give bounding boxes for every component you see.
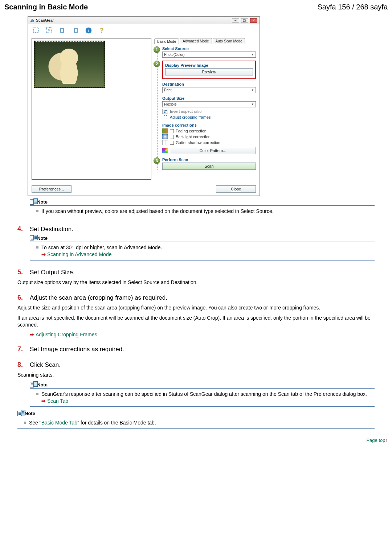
preview-highlight-box: Display Preview Image Preview [162, 61, 256, 79]
note-block-2: Note To scan at 301 dpi or higher, scan … [30, 235, 375, 260]
gutter-label: Gutter shadow correction [176, 140, 220, 145]
svg-rect-3 [61, 29, 63, 32]
adjust-cropping-frames-link[interactable]: Adjust cropping frames [170, 115, 211, 119]
window-title: ScanGear [30, 18, 54, 22]
adjust-crop-icon: ⛶ [162, 115, 168, 120]
backlight-label: Backlight correction [176, 135, 211, 139]
display-preview-label: Display Preview Image [165, 63, 253, 67]
help-icon[interactable]: ? [96, 26, 107, 35]
step-8: 8.Click Scan. [17, 361, 375, 369]
step-6-body-2: If an area is not specified, the documen… [17, 315, 375, 329]
chevron-down-icon: ▼ [251, 102, 254, 107]
note-block-4: Note See "Basic Mode Tab" for details on… [17, 410, 375, 429]
note-icon [30, 199, 36, 205]
output-size-dropdown[interactable]: Flexible▼ [162, 101, 256, 107]
svg-text:i: i [88, 28, 89, 33]
destination-label: Destination [162, 82, 256, 86]
maximize-icon[interactable]: ▢ [241, 18, 248, 23]
step-5-body: Output size options vary by the items se… [17, 279, 375, 286]
invert-aspect-icon[interactable]: ⇵ [162, 109, 168, 114]
step-6: 6.Adjust the scan area (cropping frame) … [17, 294, 375, 301]
page-top-link[interactable]: Page top↑ [0, 430, 392, 454]
preferences-button[interactable]: Preferences... [32, 185, 72, 193]
scangear-icon [30, 18, 34, 22]
crop-icon[interactable] [31, 26, 42, 35]
note-icon [17, 411, 23, 416]
invert-aspect-label: Invert aspect ratio [170, 109, 201, 114]
preview-button[interactable]: Preview [165, 68, 253, 75]
note-2-text: To scan at 301 dpi or higher, scan in Ad… [41, 244, 162, 251]
window-buttons: – ▢ ✕ [231, 18, 257, 23]
note-4-text: See "Basic Mode Tab" for details on the … [29, 419, 156, 426]
note-3-text: ScanGear's response after scanning can b… [41, 391, 367, 398]
scangear-window: ScanGear – ▢ ✕ i ? Basic Mode Advanc [28, 16, 260, 196]
gutter-icon [162, 140, 168, 145]
note-icon [30, 235, 36, 241]
info-icon[interactable]: i [83, 26, 94, 35]
destination-dropdown[interactable]: Print▼ [162, 87, 256, 93]
tab-auto-scan-mode[interactable]: Auto Scan Mode [213, 38, 245, 44]
color-pattern-button[interactable]: Color Pattern... [170, 147, 256, 154]
page-title: Scanning in Basic Mode [4, 3, 88, 11]
svg-text:?: ? [99, 26, 103, 34]
gutter-checkbox[interactable] [170, 141, 174, 145]
step-7: 7.Set Image corrections as required. [17, 345, 375, 353]
image-corrections-label: Image corrections [162, 123, 256, 127]
select-source-label: Select Source [162, 46, 256, 51]
backlight-icon [162, 134, 168, 139]
svg-rect-5 [75, 29, 77, 32]
preview-pane[interactable] [32, 38, 151, 180]
scan-button[interactable]: Scan [162, 163, 256, 170]
step-badge-2: 2 [154, 61, 160, 67]
chevron-down-icon: ▼ [251, 52, 254, 57]
perform-scan-label: Perform Scan [162, 157, 256, 162]
fading-label: Fading correction [176, 129, 207, 133]
close-icon[interactable]: ✕ [250, 18, 257, 23]
mode-tabs: Basic Mode Advanced Mode Auto Scan Mode [154, 38, 256, 44]
note-icon [30, 382, 36, 387]
page-number: Sayfa 156 / 268 sayfa [318, 3, 388, 11]
note-block-3: Note ScanGear's response after scanning … [30, 382, 375, 407]
fading-icon [162, 128, 168, 134]
select-source-dropdown[interactable]: Photo(Color)▼ [162, 52, 256, 58]
rotate-left-icon[interactable] [57, 26, 68, 35]
step-5: 5.Set Output Size. [17, 268, 375, 276]
preview-image [34, 41, 105, 88]
tab-advanced-mode[interactable]: Advanced Mode [180, 38, 212, 44]
output-size-label: Output Size [162, 96, 256, 100]
auto-crop-icon[interactable] [44, 26, 55, 35]
step-8-body: Scanning starts. [17, 372, 375, 379]
tab-basic-mode[interactable]: Basic Mode [154, 38, 179, 44]
svg-rect-0 [34, 28, 38, 33]
close-button[interactable]: Close [216, 185, 256, 193]
step-4: 4.Set Destination. [17, 225, 375, 233]
color-pattern-icon [162, 148, 168, 153]
basic-mode-tab-link[interactable]: Basic Mode Tab [41, 420, 77, 426]
note-1-text: If you scan without preview, colors are … [41, 208, 274, 215]
minimize-icon[interactable]: – [232, 18, 239, 23]
rotate-right-icon[interactable] [70, 26, 81, 35]
scanning-advanced-mode-link[interactable]: ➡Scanning in Advanced Mode [41, 251, 162, 258]
adjusting-cropping-frames-link[interactable]: ➡Adjusting Cropping Frames [30, 332, 375, 337]
scangear-toolbar: i ? [28, 24, 260, 36]
chevron-down-icon: ▼ [251, 87, 254, 93]
step-badge-3: 3 [154, 157, 160, 164]
step-badge-1: 1 [154, 46, 160, 53]
scan-tab-link[interactable]: ➡Scan Tab [41, 398, 367, 405]
backlight-checkbox[interactable] [170, 135, 174, 139]
fading-checkbox[interactable] [170, 129, 174, 133]
step-6-body-1: Adjust the size and position of the scan… [17, 304, 375, 312]
note-block-1: Note If you scan without preview, colors… [30, 199, 375, 217]
